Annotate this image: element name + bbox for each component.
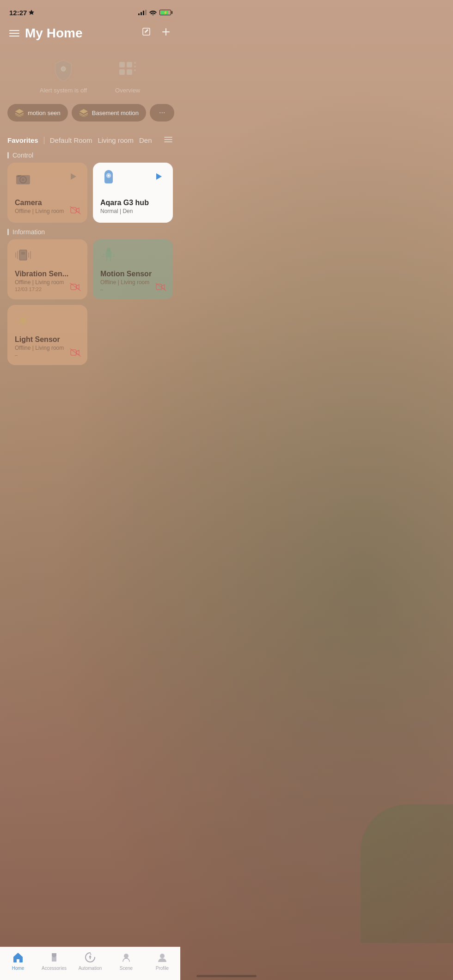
camera-icon bbox=[15, 170, 31, 187]
status-time: 12:27 bbox=[9, 9, 34, 17]
camera-card[interactable]: Camera Offline | Living room bbox=[7, 163, 87, 223]
section-bar bbox=[7, 152, 9, 158]
edit-icon[interactable] bbox=[141, 27, 152, 40]
chip-motion1[interactable]: motion seen bbox=[7, 104, 68, 122]
hub-name: Aqara G3 hub bbox=[100, 199, 165, 207]
svg-rect-4 bbox=[119, 69, 125, 75]
battery-icon: ⚡ bbox=[159, 10, 171, 15]
motion-icon bbox=[100, 247, 117, 263]
hub-play-button[interactable] bbox=[153, 170, 165, 183]
svg-point-1 bbox=[61, 67, 66, 71]
svg-rect-3 bbox=[127, 62, 132, 67]
signal-icon bbox=[138, 10, 147, 15]
svg-rect-6 bbox=[134, 62, 136, 64]
information-label: Information bbox=[12, 228, 45, 236]
svg-rect-5 bbox=[127, 69, 132, 75]
shield-icon bbox=[50, 57, 76, 83]
tab-favorites[interactable]: Favorites bbox=[7, 134, 38, 146]
overview-button[interactable]: Overview bbox=[115, 57, 141, 94]
svg-point-11 bbox=[22, 178, 24, 181]
control-section-label: Control bbox=[0, 146, 180, 163]
tab-living-room[interactable]: Living room bbox=[98, 134, 134, 146]
layers-icon bbox=[15, 109, 24, 117]
light-sensor-name: Light Sensor bbox=[15, 335, 80, 344]
camera-offline-icon bbox=[70, 206, 81, 216]
layers-icon-2 bbox=[79, 109, 88, 117]
menu-icon[interactable] bbox=[9, 30, 19, 37]
chip-motion2[interactable]: Basement motion bbox=[72, 104, 146, 122]
information-section-label: Information bbox=[0, 223, 180, 239]
tab-default-room[interactable]: Default Room bbox=[50, 134, 92, 146]
vibration-name: Vibration Sen... bbox=[15, 270, 80, 278]
info-section-bar bbox=[7, 229, 9, 235]
svg-rect-15 bbox=[21, 252, 25, 255]
quick-actions: Alert system is off Overview bbox=[0, 48, 180, 98]
tab-more-icon[interactable] bbox=[164, 136, 173, 145]
svg-rect-8 bbox=[134, 69, 136, 71]
svg-rect-7 bbox=[134, 66, 136, 67]
control-label: Control bbox=[12, 152, 33, 159]
notification-chips: motion seen Basement motion ··· bbox=[0, 98, 180, 127]
vibration-card[interactable]: Vibration Sen... Offline | Living room 1… bbox=[7, 239, 87, 299]
svg-point-13 bbox=[108, 175, 110, 177]
vibration-icon bbox=[15, 247, 31, 263]
chip-motion2-label: Basement motion bbox=[92, 110, 139, 116]
aqara-hub-card[interactable]: Aqara G3 hub Normal | Den bbox=[93, 163, 173, 223]
light-offline-icon bbox=[70, 348, 81, 359]
light-icon bbox=[15, 312, 31, 329]
light-sensor-card[interactable]: Light Sensor Offline | Living room – bbox=[7, 305, 87, 365]
tab-separator bbox=[44, 137, 44, 144]
home-title: My Home bbox=[25, 26, 82, 41]
add-icon[interactable] bbox=[161, 27, 171, 40]
chip-motion1-label: motion seen bbox=[28, 110, 61, 116]
wifi-icon bbox=[149, 10, 157, 15]
status-bar: 12:27 ⚡ bbox=[0, 0, 180, 22]
chip-more[interactable]: ··· bbox=[150, 104, 174, 122]
svg-rect-2 bbox=[119, 62, 125, 67]
svg-rect-14 bbox=[19, 250, 27, 260]
grid-icon bbox=[115, 57, 141, 83]
control-cards-grid: Camera Offline | Living room bbox=[0, 163, 180, 223]
motion-name: Motion Sensor bbox=[100, 270, 165, 278]
tab-bar: Favorites Default Room Living room Den bbox=[0, 127, 180, 146]
alert-label: Alert system is off bbox=[40, 87, 87, 94]
alert-system-button[interactable]: Alert system is off bbox=[40, 57, 87, 94]
hub-status: Normal | Den bbox=[100, 208, 165, 214]
status-icons: ⚡ bbox=[138, 10, 171, 15]
header: My Home bbox=[0, 22, 180, 48]
svg-point-17 bbox=[20, 317, 26, 324]
motion-offline-icon bbox=[155, 283, 166, 293]
vibration-offline-icon bbox=[70, 283, 81, 293]
hub-icon bbox=[100, 170, 117, 187]
camera-play-button[interactable] bbox=[67, 170, 80, 183]
information-cards-grid: Vibration Sen... Offline | Living room 1… bbox=[0, 239, 180, 365]
location-icon bbox=[29, 10, 34, 15]
overview-label: Overview bbox=[115, 87, 140, 94]
tab-den[interactable]: Den bbox=[139, 134, 152, 146]
motion-card[interactable]: Motion Sensor Offline | Living room – bbox=[93, 239, 173, 299]
